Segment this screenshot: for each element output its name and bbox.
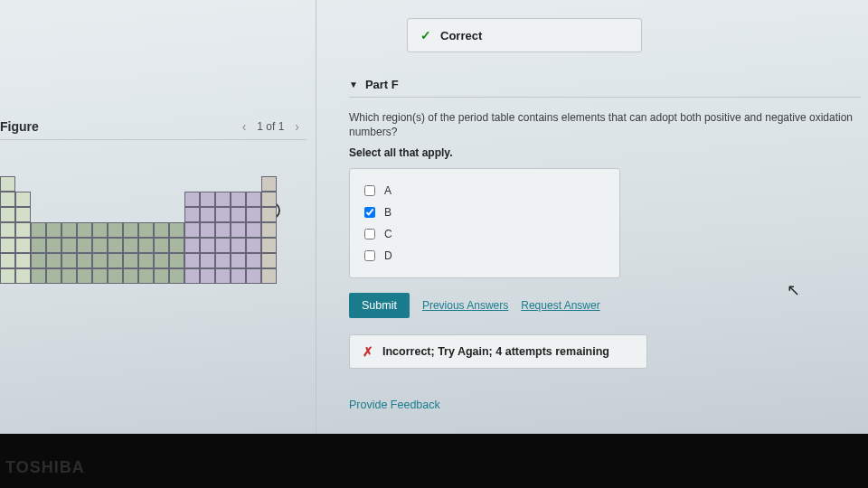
- element-cell: [0, 176, 15, 192]
- x-icon: ✗: [363, 344, 373, 359]
- element-cell: [200, 192, 215, 207]
- element-cell: [261, 268, 277, 284]
- element-cell: [46, 238, 61, 253]
- answer-options: A B C D: [349, 168, 620, 278]
- option-row[interactable]: D: [364, 245, 605, 267]
- element-cell: [231, 253, 246, 268]
- element-cell: [169, 268, 184, 284]
- periodic-table-figure: A B C D: [0, 176, 277, 285]
- element-cell: [246, 253, 261, 268]
- element-cell: [200, 253, 215, 268]
- element-cell: [200, 222, 215, 238]
- element-cell: [246, 207, 261, 222]
- element-cell: [246, 192, 261, 207]
- element-cell: [46, 268, 61, 284]
- element-cell: [184, 253, 200, 268]
- option-checkbox-a[interactable]: [364, 185, 375, 196]
- laptop-bezel: TOSHIBA: [0, 434, 868, 488]
- element-cell: [261, 222, 277, 238]
- submit-button[interactable]: Submit: [349, 293, 410, 318]
- element-cell: [31, 238, 46, 253]
- collapse-icon: ▼: [349, 80, 358, 89]
- option-label: D: [384, 249, 392, 262]
- element-cell: [77, 268, 92, 284]
- element-cell: [231, 192, 246, 207]
- element-cell: [246, 222, 261, 238]
- option-row[interactable]: B: [364, 202, 605, 223]
- element-cell: [61, 222, 77, 238]
- element-cell: [138, 222, 154, 238]
- element-cell: [0, 222, 15, 238]
- element-cell: [138, 268, 154, 284]
- element-cell: [46, 253, 61, 268]
- element-cell: [261, 192, 277, 207]
- option-checkbox-d[interactable]: [364, 250, 375, 261]
- previous-part-status: ✓ Correct: [407, 18, 642, 52]
- element-cell: [184, 238, 200, 253]
- element-cell: [77, 253, 92, 268]
- element-cell: [154, 222, 169, 238]
- grading-feedback: ✗ Incorrect; Try Again; 4 attempts remai…: [349, 334, 647, 369]
- element-cell: [15, 192, 31, 207]
- element-cell: [215, 268, 231, 284]
- element-cell: [15, 222, 31, 238]
- option-label: B: [384, 206, 392, 219]
- element-cell: [0, 192, 15, 207]
- pager-prev[interactable]: ‹: [239, 119, 250, 134]
- previous-answers-link[interactable]: Previous Answers: [422, 299, 508, 312]
- option-row[interactable]: C: [364, 223, 605, 245]
- option-checkbox-c[interactable]: [364, 229, 375, 239]
- element-cell: [123, 268, 138, 284]
- element-cell: [261, 207, 277, 222]
- element-cell: [231, 238, 246, 253]
- element-cell: [215, 207, 231, 222]
- element-cell: [108, 253, 123, 268]
- pager-count: 1 of 1: [257, 120, 284, 133]
- element-cell: [169, 222, 184, 238]
- request-answer-link[interactable]: Request Answer: [521, 299, 599, 312]
- element-cell: [154, 238, 169, 253]
- check-icon: ✓: [420, 28, 431, 42]
- element-cell: [61, 253, 77, 268]
- element-cell: [123, 222, 138, 238]
- element-cell: [200, 268, 215, 284]
- option-row[interactable]: A: [364, 180, 605, 202]
- element-cell: [15, 268, 31, 284]
- element-cell: [154, 253, 169, 268]
- action-row: Submit Previous Answers Request Answer: [349, 293, 861, 318]
- element-cell: [169, 238, 184, 253]
- select-prompt: Select all that apply.: [349, 146, 861, 159]
- option-label: C: [384, 228, 392, 240]
- element-cell: [108, 222, 123, 238]
- element-cell: [184, 268, 200, 284]
- element-cell: [184, 207, 200, 222]
- element-cell: [231, 222, 246, 238]
- element-cell: [77, 222, 92, 238]
- element-cell: [61, 238, 77, 253]
- element-cell: [15, 253, 31, 268]
- element-cell: [154, 268, 169, 284]
- feedback-text: Incorrect; Try Again; 4 attempts remaini…: [382, 345, 609, 358]
- figure-title: Figure: [0, 119, 39, 134]
- element-cell: [215, 253, 231, 268]
- element-cell: [215, 192, 231, 207]
- laptop-brand: TOSHIBA: [5, 458, 85, 477]
- element-cell: [108, 268, 123, 284]
- part-header[interactable]: ▼ Part F: [349, 74, 861, 98]
- pager-next[interactable]: ›: [291, 119, 303, 134]
- element-cell: [138, 238, 154, 253]
- provide-feedback-link[interactable]: Provide Feedback: [349, 399, 440, 411]
- part-title: Part F: [365, 78, 399, 91]
- option-checkbox-b[interactable]: [364, 207, 375, 218]
- element-cell: [215, 238, 231, 253]
- element-cell: [200, 207, 215, 222]
- element-cell: [0, 268, 15, 284]
- element-cell: [92, 268, 108, 284]
- element-cell: [31, 268, 46, 284]
- figure-header: Figure ‹ 1 of 1 ›: [0, 116, 307, 140]
- element-cell: [169, 253, 184, 268]
- question-text: Which region(s) of the period table cont…: [349, 110, 861, 139]
- element-cell: [0, 253, 15, 268]
- element-cell: [15, 207, 31, 222]
- option-label: A: [384, 184, 392, 197]
